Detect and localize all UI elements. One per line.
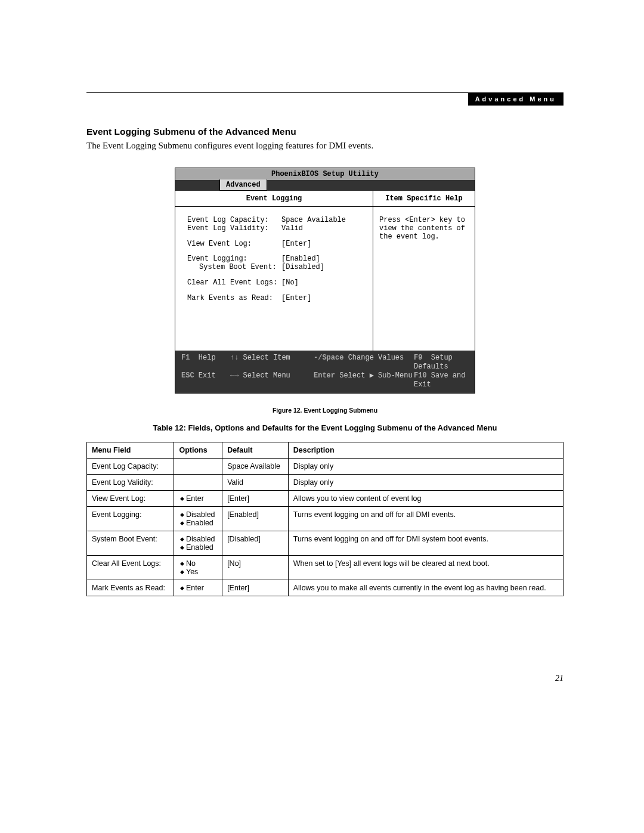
cell-menu-field: Clear All Event Logs: [87,555,174,580]
fields-table: Menu Field Options Default Description E… [86,442,564,596]
cell-options: DisabledEnabled [174,531,222,555]
option-item: Disabled [180,535,217,543]
cell-menu-field: Event Log Capacity: [87,458,174,474]
bios-item-label: Event Log Capacity: [187,216,281,225]
cell-default: [Enabled] [222,506,289,531]
bios-item: System Boot Event:[Disabled] [187,264,367,272]
bios-item-value: Space Available [281,216,346,225]
cell-default: [No] [222,555,289,580]
bios-item: Clear All Event Logs:[No] [187,279,367,287]
footer-label-select-item: Select Item [243,354,290,362]
bios-item-label: Mark Events as Read: [187,295,281,303]
bios-item-label: Clear All Event Logs: [187,279,281,287]
bios-item-label: System Boot Event: [187,264,281,272]
table-row: View Event Log:Enter[Enter]Allows you to… [87,490,564,506]
bios-panel-heading: Event Logging [175,191,373,207]
bios-item-value: [Enter] [281,295,311,303]
cell-description: When set to [Yes] all event logs will be… [288,555,563,580]
cell-description: Display only [288,474,563,490]
cell-default: [Enter] [222,490,289,506]
page-content: Advanced Menu Event Logging Submenu of t… [86,92,564,596]
section-heading: Event Logging Submenu of the Advanced Me… [86,126,564,137]
cell-menu-field: System Boot Event: [87,531,174,555]
table-row: Clear All Event Logs:NoYes[No]When set t… [87,555,564,580]
bios-item-value: [Enter] [281,240,311,249]
footer-label-submenu: Select ▶ Sub-Menu [339,371,412,380]
cell-default: [Enter] [222,580,289,596]
table-caption: Table 12: Fields, Options and Defaults f… [86,423,564,432]
bios-item: Event Log Validity:Valid [187,225,367,233]
footer-label-exit: Exit [199,371,216,380]
th-default: Default [222,442,289,458]
cell-default: [Disabled] [222,531,289,555]
footer-key-f9: F9 [414,354,422,362]
header-banner: Advanced Menu [468,93,564,106]
cell-menu-field: Event Logging: [87,506,174,531]
bios-screenshot: PhoenixBIOS Setup Utility Advanced Event… [175,168,475,394]
bios-help-heading: Item Specific Help [373,191,475,207]
option-item: Enter [180,584,217,592]
bios-title: PhoenixBIOS Setup Utility [175,168,475,180]
cell-description: Allows you to view content of event log [288,490,563,506]
cell-description: Turns event logging on and off for DMI s… [288,531,563,555]
footer-key-f10: F10 [414,371,427,380]
bios-item-label: Event Log Validity: [187,225,281,233]
table-row: Event Log Validity:ValidDisplay only [87,474,564,490]
footer-label-help: Help [199,354,216,362]
bios-item-value: [Disabled] [281,264,324,272]
cell-options: NoYes [174,555,222,580]
cell-menu-field: View Event Log: [87,490,174,506]
bios-tab-row: Advanced [175,180,475,191]
option-item: Yes [180,568,217,576]
cell-options: DisabledEnabled [174,506,222,531]
page-number: 21 [555,674,564,683]
footer-key-f1: F1 [181,354,190,362]
table-row: Mark Events as Read:Enter[Enter]Allows y… [87,580,564,596]
option-item: Disabled [180,510,217,519]
bios-footer: F1 Help ↑↓ Select Item -/Space Change Va… [175,351,475,394]
option-item: Enabled [180,519,217,527]
cell-options: Enter [174,580,222,596]
cell-default: Valid [222,474,289,490]
option-item: Enabled [180,543,217,552]
figure-caption: Figure 12. Event Logging Submenu [86,407,564,414]
bios-item: Event Logging:[Enabled] [187,255,367,264]
bios-item: Mark Events as Read:[Enter] [187,295,367,303]
cell-description: Allows you to make all events currently … [288,580,563,596]
footer-key-esc: ESC [181,371,194,380]
cell-menu-field: Event Log Validity: [87,474,174,490]
cell-menu-field: Mark Events as Read: [87,580,174,596]
footer-key-space: -/Space [314,354,343,362]
option-item: No [180,559,217,568]
bios-tab-advanced: Advanced [219,179,267,191]
bios-item-value: Valid [281,225,303,233]
bios-help-text: Press <Enter> key to view the contents o… [373,207,475,246]
th-description: Description [288,442,563,458]
cell-options [174,474,222,490]
footer-label-change-values: Change Values [348,354,404,362]
bios-item: Event Log Capacity:Space Available [187,216,367,225]
th-menu-field: Menu Field [87,442,174,458]
footer-key-enter: Enter [314,371,335,380]
footer-label-select-menu: Select Menu [243,371,290,380]
bios-item-value: [Enabled] [281,255,320,264]
th-options: Options [174,442,222,458]
footer-key-arrows-h: ←→ [230,371,239,380]
cell-options [174,458,222,474]
bios-item-value: [No] [281,279,299,287]
bios-item-list: Event Log Capacity:Space AvailableEvent … [175,207,373,351]
cell-description: Display only [288,458,563,474]
intro-text: The Event Logging Submenu configures eve… [86,141,564,151]
footer-key-arrows-v: ↑↓ [230,354,239,362]
table-row: Event Logging:DisabledEnabled[Enabled]Tu… [87,506,564,531]
table-row: Event Log Capacity:Space AvailableDispla… [87,458,564,474]
cell-default: Space Available [222,458,289,474]
cell-description: Turns event logging on and off for all D… [288,506,563,531]
bios-item: View Event Log:[Enter] [187,240,367,249]
bios-item-label: Event Logging: [187,255,281,264]
option-item: Enter [180,494,217,503]
bios-item-label: View Event Log: [187,240,281,249]
cell-options: Enter [174,490,222,506]
table-row: System Boot Event:DisabledEnabled[Disabl… [87,531,564,555]
